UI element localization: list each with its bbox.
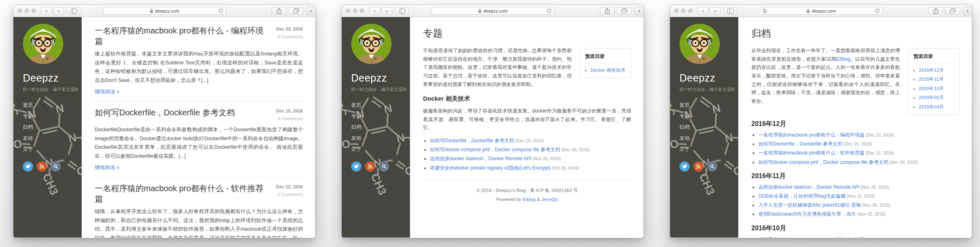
- new-tab-button[interactable]: +: [306, 7, 315, 15]
- toc-link[interactable]: 2016年05月: [919, 95, 944, 100]
- read-more-link[interactable]: 继续阅读 »: [95, 164, 119, 171]
- toc-link[interactable]: 2016年12月: [919, 68, 944, 73]
- topic-post-link[interactable]: 如何写Dockerfile，Dockerfile 参考文档: [430, 138, 514, 143]
- close-button[interactable]: [18, 9, 22, 13]
- back-button[interactable]: ‹: [369, 7, 380, 15]
- minimize-button[interactable]: [24, 9, 29, 13]
- address-url: deepzz.com: [483, 9, 508, 13]
- browser-window-archive: ‹ › deepzz.com +: [670, 5, 972, 238]
- toc-link[interactable]: 2016年11月: [919, 77, 944, 82]
- new-tab-button[interactable]: +: [963, 7, 972, 15]
- post-comments-link[interactable]: 0 Comments: [276, 115, 303, 123]
- post-title-link[interactable]: 一名程序猿的macbook pro都有什么 - 软件推荐篇: [95, 184, 263, 203]
- minimize-button[interactable]: [681, 9, 686, 13]
- lock-icon: [806, 9, 810, 13]
- close-button[interactable]: [674, 9, 679, 13]
- address-bar[interactable]: deepzz.com: [432, 7, 554, 15]
- reload-icon[interactable]: [875, 8, 880, 13]
- rss-icon[interactable]: [37, 161, 47, 172]
- eiblog-link[interactable]: Eiblog: [523, 197, 536, 202]
- svg-text:O: O: [13, 137, 23, 151]
- svg-text:O: O: [76, 164, 82, 178]
- archive-post-link[interactable]: 如何写docker-compose.yml，Docker compose fil…: [758, 159, 889, 165]
- lock-icon: [478, 9, 482, 13]
- archive-post-date: (Nov 11, 2016): [847, 194, 875, 198]
- archive-post-link[interactable]: 一名程序猿的macbook pro都有什么 - 软件推荐篇: [758, 150, 864, 156]
- topic-post-link[interactable]: 如何写docker-compose.yml，Docker compose fil…: [430, 147, 560, 152]
- topic-post-date: (Oct 05, 2016): [552, 165, 579, 170]
- jerryqu-link[interactable]: JerryQu: [541, 197, 558, 202]
- read-more-link[interactable]: 继续阅读 »: [95, 88, 119, 95]
- minimize-button[interactable]: [353, 9, 357, 13]
- post-entry: 如何写Dockerfile，Dockerfile 参考文档 Dec 15, 20…: [95, 107, 303, 177]
- toc-list: 2016年12月 2016年11月 2016年10月 2016年05月 2016…: [913, 66, 954, 111]
- forward-button[interactable]: ›: [381, 7, 392, 15]
- sidebar-toggle-button[interactable]: [724, 7, 737, 15]
- sidebar-toggle-button[interactable]: [395, 7, 409, 15]
- tab-overview-button[interactable]: [945, 7, 960, 15]
- topic-post-date: (Dec 15, 2016): [515, 138, 543, 143]
- back-button[interactable]: ‹: [41, 7, 52, 15]
- toc-link[interactable]: 2016年10月: [919, 86, 944, 91]
- tab-overview-button[interactable]: [289, 7, 303, 15]
- address-bar[interactable]: deepzz.com: [760, 7, 882, 15]
- zoom-button[interactable]: [360, 9, 364, 13]
- forward-button[interactable]: ›: [53, 7, 64, 15]
- archive-post-link[interactable]: 如何写Dockerfile，Dockerfile 参考文档: [758, 141, 842, 147]
- rss-icon[interactable]: [365, 161, 375, 172]
- toc-item: 2016年11月: [919, 75, 954, 84]
- archive-post-link[interactable]: 远程连接docker daemon，Docker Remote API: [758, 184, 860, 190]
- topics-main: 专题 预览目录 Docker 相关技术 不知是否遗传了妈妈的爱收拾的习惯，还是性…: [410, 17, 644, 238]
- forward-button[interactable]: ›: [710, 7, 721, 15]
- close-button[interactable]: [346, 9, 350, 13]
- archive-post-link[interactable]: 使用Elasticsearch作为本博客搜索引擎，强大: [758, 211, 856, 217]
- toc-link[interactable]: Docker 相关技术: [590, 68, 626, 73]
- sidebar-icon: [71, 9, 77, 13]
- caffeine-molecule-art: H3C N N N N O O CH3 CH3: [342, 68, 410, 210]
- address-bar[interactable]: deepzz.com: [103, 7, 226, 15]
- search-icon[interactable]: [51, 161, 61, 172]
- topic-post-item: 如何写Dockerfile，Dockerfile 参考文档(Dec 15, 20…: [430, 136, 631, 145]
- new-tab-button[interactable]: +: [635, 7, 644, 15]
- twitter-icon[interactable]: [23, 161, 33, 172]
- browser-toolbar: ‹ › deepzz.com +: [342, 5, 644, 17]
- archive-post-link[interactable]: 入手人生第一款机械键盘ikbc poker61键位 茶轴: [758, 202, 861, 208]
- archive-post-item: 使用Elasticsearch作为本博客搜索引擎，强大(Nov 03, 2016…: [758, 210, 960, 218]
- archive-post-link[interactable]: 一名程序猿的macbook pro都有什么 - 编程环境篇: [758, 132, 864, 138]
- rss-icon[interactable]: [693, 161, 704, 172]
- month-heading: 2016年11月: [751, 172, 960, 181]
- search-icon[interactable]: [707, 161, 717, 172]
- svg-text:N: N: [54, 101, 65, 115]
- archive-post-link[interactable]: GDB命令基础，让你的程序bug无处躲藏: [758, 193, 846, 199]
- share-button[interactable]: [600, 7, 615, 15]
- twitter-icon[interactable]: [351, 161, 361, 172]
- twitter-icon[interactable]: [679, 161, 690, 172]
- svg-text:H3C: H3C: [670, 93, 678, 119]
- svg-text:H3C: H3C: [13, 93, 21, 119]
- avatar: [679, 24, 720, 64]
- archive-post-item: 一名程序猿的macbook pro都有什么 - 软件推荐篇(Dec 12, 20…: [758, 148, 960, 157]
- post-comments-link[interactable]: 0 Comments: [276, 33, 303, 41]
- archive-post-link[interactable]: 搭建安全的docker private registry v2指南(Let's …: [758, 236, 879, 238]
- traffic-lights: [18, 9, 36, 13]
- reload-icon[interactable]: [218, 8, 223, 13]
- search-icon[interactable]: [379, 161, 389, 172]
- post-title-link[interactable]: 一名程序猿的macbook pro都有什么 - 编程环境篇: [95, 26, 263, 46]
- post-comments-link[interactable]: 0 Comments: [276, 191, 303, 198]
- svg-text:N: N: [355, 107, 365, 121]
- reader-mode-icon[interactable]: [763, 9, 768, 13]
- svg-text:CH3: CH3: [78, 126, 82, 152]
- toc-link[interactable]: 2016年04月: [919, 104, 944, 109]
- tab-overview-button[interactable]: [617, 7, 632, 15]
- topic-post-link[interactable]: 搭建安全的docker private registry v2指南(Let's …: [430, 165, 550, 171]
- eiblog-inline-link[interactable]: EiBlog: [836, 56, 850, 62]
- share-button[interactable]: [928, 7, 943, 15]
- zoom-button[interactable]: [31, 9, 36, 13]
- share-button[interactable]: [272, 7, 286, 15]
- back-button[interactable]: ‹: [697, 7, 708, 15]
- post-title-link[interactable]: 如何写Dockerfile，Dockerfile 参考文档: [95, 108, 235, 117]
- topic-post-link[interactable]: 远程连接docker daemon，Docker Remote API: [430, 156, 531, 161]
- sidebar-toggle-button[interactable]: [67, 7, 80, 15]
- reload-icon[interactable]: [546, 8, 552, 13]
- zoom-button[interactable]: [688, 9, 693, 13]
